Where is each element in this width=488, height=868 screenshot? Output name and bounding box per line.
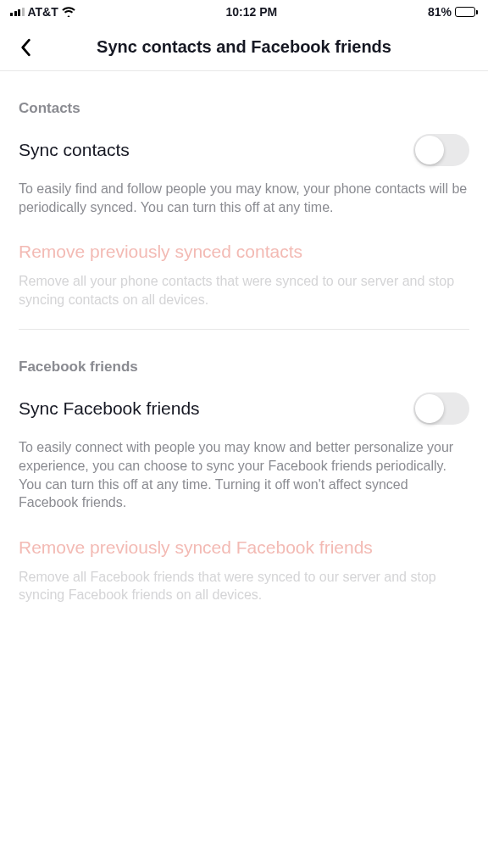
sync-facebook-row: Sync Facebook friends (19, 392, 469, 425)
page-title: Sync contacts and Facebook friends (0, 37, 488, 57)
signal-icon (10, 8, 25, 16)
status-right: 81% (428, 5, 478, 19)
toggle-knob (415, 394, 444, 423)
status-bar: AT&T 10:12 PM 81% (0, 0, 488, 24)
sync-contacts-row: Sync contacts (19, 134, 469, 166)
header: Sync contacts and Facebook friends (0, 24, 488, 71)
battery-icon (455, 7, 478, 17)
content: Contacts Sync contacts To easily find an… (0, 100, 488, 604)
wifi-icon (62, 5, 75, 19)
sync-contacts-label: Sync contacts (19, 140, 130, 160)
sync-facebook-toggle[interactable] (413, 392, 469, 425)
section-label-facebook: Facebook friends (19, 359, 469, 376)
section-label-contacts: Contacts (19, 100, 469, 117)
battery-pct: 81% (428, 5, 452, 19)
remove-contacts-description: Remove all your phone contacts that were… (19, 272, 469, 309)
sync-facebook-label: Sync Facebook friends (19, 398, 200, 419)
remove-contacts-link[interactable]: Remove previously synced contacts (19, 242, 469, 262)
carrier-label: AT&T (28, 5, 58, 19)
status-left: AT&T (10, 5, 75, 19)
toggle-knob (415, 136, 444, 164)
chevron-left-icon (19, 38, 32, 57)
sync-contacts-description: To easily find and follow people you may… (19, 180, 469, 216)
status-time: 10:12 PM (226, 5, 278, 19)
divider (19, 329, 469, 330)
sync-facebook-description: To easily connect with people you may kn… (19, 438, 469, 511)
back-button[interactable] (14, 36, 37, 59)
remove-facebook-link[interactable]: Remove previously synced Facebook friend… (19, 537, 469, 558)
remove-facebook-description: Remove all Facebook friends that were sy… (19, 568, 469, 604)
sync-contacts-toggle[interactable] (413, 134, 469, 166)
